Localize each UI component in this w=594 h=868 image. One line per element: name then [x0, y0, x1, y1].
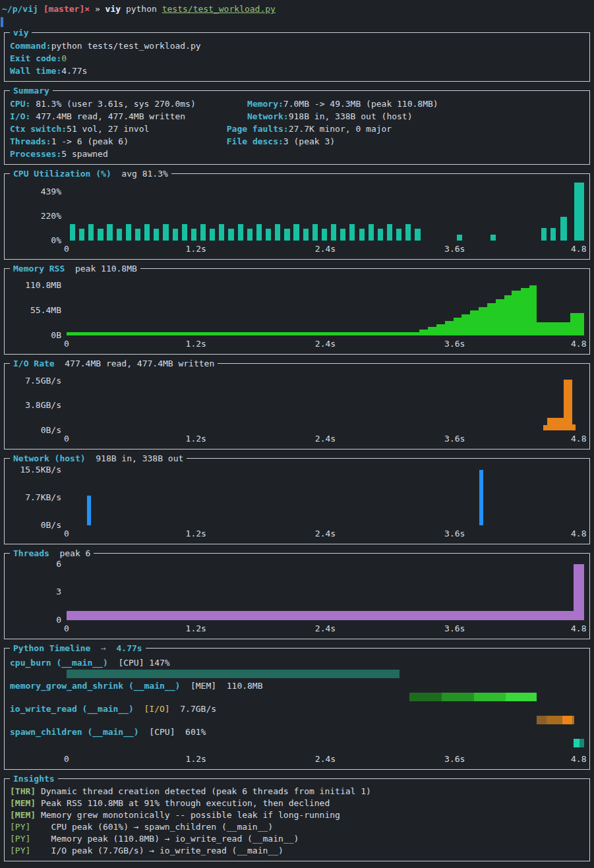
text-segment: avg 81.3% [111, 169, 168, 179]
text-segment: [PY] [10, 834, 30, 844]
mem-bar [461, 314, 470, 335]
text-segment: Peak RSS 110.8MB at 91% through executio… [36, 798, 330, 808]
text-segment: 5 spawned [61, 149, 107, 159]
timeline-bar-cpu-burn [67, 670, 584, 678]
text-segment: Summary [13, 86, 49, 96]
summary-line-io-network: I/O: 477.4MB read, 477.4MB written Netwo… [10, 110, 584, 123]
cpu-bar [405, 224, 411, 241]
text-segment [149, 124, 226, 134]
text-segment [108, 658, 119, 668]
text-segment [129, 136, 227, 146]
terminal[interactable]: ~/p/vij [master]× » viy python tests/tes… [0, 0, 594, 861]
timeline-x-axis: 01.2s2.4s3.6s4.8 [67, 751, 584, 765]
x-axis-label: 2.4s [315, 529, 336, 538]
text-segment [185, 111, 247, 121]
cpu-bar [312, 224, 318, 241]
timeline-row-label-cpu-burn: cpu_burn (__main__) [CPU] 147% [10, 658, 584, 668]
network-x-axis: 01.2s2.4s3.6s4.8 [67, 526, 584, 540]
x-axis-label: 0 [64, 339, 69, 349]
text-segment: 51 vol, 27 invol [67, 124, 149, 134]
net-bar [87, 496, 91, 525]
x-axis-label: 2.4s [315, 434, 336, 444]
cpu-bar [70, 224, 75, 241]
mem-bar [479, 307, 487, 335]
insight-py-io-peak: [PY] I/O peak (7.7GB/s) → io_write_read … [10, 845, 584, 857]
text-segment: Threads: [10, 136, 51, 146]
x-axis-label: 4.8 [571, 244, 586, 254]
text-segment: Exit code: [10, 53, 61, 63]
tl_spawn-bar [574, 739, 580, 747]
mem-bar [570, 313, 584, 335]
x-axis-label: 3.6s [444, 754, 465, 764]
x-axis-label: 1.2s [186, 529, 206, 538]
threads-bar [67, 611, 574, 620]
file-link[interactable]: tests/test_workload.py [162, 4, 276, 14]
tl_io-bar [547, 716, 563, 724]
cpu-bar [154, 229, 159, 241]
text-segment: [PY] [10, 822, 30, 832]
wall-time-line: Wall time:4.77s [10, 65, 584, 77]
text-segment: 0 [61, 53, 67, 63]
mem-bar [496, 299, 504, 335]
text-segment: 7.0MB -> 49.3MB (peak 110.8MB) [283, 99, 438, 109]
cpu-bar [228, 229, 233, 241]
cpu-bar [560, 217, 567, 241]
tl_mem-bar [474, 693, 505, 701]
cpu-bar [88, 224, 94, 241]
text-segment: [MEM] [10, 810, 36, 820]
x-axis-label: 2.4s [315, 754, 336, 764]
y-axis-label: 7.5GB/s [25, 376, 61, 386]
text-segment: Memory grew monotonically -- possible le… [36, 810, 340, 820]
text-segment: 1 -> 6 (peak 6) [51, 136, 129, 146]
tl_mem-bar [409, 693, 442, 701]
x-axis-label: 1.2s [186, 754, 206, 764]
summary-box: Summary CPU: 81.3% (user 3.61s, sys 270.… [4, 90, 590, 165]
cpu-bar [331, 224, 336, 241]
insight-peak-rss: [MEM] Peak RSS 110.8MB at 91% through ex… [10, 797, 584, 809]
cpu-bar [574, 183, 584, 241]
text-segment: I/O: [10, 111, 36, 121]
text-segment: 601% [175, 727, 206, 737]
summary-line-ctx-faults: Ctx switch:51 vol, 27 invol Page faults:… [10, 123, 584, 135]
y-axis-label: 7.7KB/s [25, 492, 61, 503]
threads-chart-title: Threads peak 6 [10, 547, 94, 560]
mem-bar [419, 330, 428, 335]
mem-bar [487, 303, 496, 335]
text-segment: File descs: [227, 136, 283, 146]
cpu-bar [359, 229, 365, 241]
cpu-bar [256, 224, 262, 241]
x-axis-label: 1.2s [186, 244, 206, 254]
text-segment: → [90, 643, 116, 653]
memory-x-axis: 01.2s2.4s3.6s4.8 [67, 336, 584, 350]
cpu-bar [135, 229, 140, 241]
io-chart-title: I/O Rate 477.4MB read, 477.4MB written [10, 357, 218, 370]
threads-bar [574, 564, 584, 620]
text-segment: [CPU] [149, 727, 175, 737]
cpu-bar [378, 229, 383, 241]
text-segment: Page faults: [227, 124, 289, 134]
memory-plot [67, 277, 584, 335]
mem-bar [67, 332, 419, 335]
text-segment [180, 681, 191, 691]
summary-box-title: Summary [10, 84, 53, 97]
text-segment: Threads [13, 548, 49, 558]
tl_cpu_burn-bar [67, 670, 400, 678]
y-axis-label: 3 [56, 587, 61, 597]
insight-memory-leak: [MEM] Memory grew monotonically -- possi… [10, 809, 584, 821]
x-axis-label: 0 [64, 434, 69, 444]
timeline-row-label-spawn-children: spawn_children (__main__) [CPU] 601% [10, 727, 584, 738]
text-segment: io_write_read (__main__) [10, 704, 134, 714]
network-y-axis: 15.5KB/s7.7KB/s0B/s [10, 467, 67, 525]
y-axis-label: 110.8MB [25, 280, 61, 291]
x-axis-label: 0 [64, 244, 69, 254]
cpu-y-axis: 439%220%0% [10, 183, 67, 241]
io-plot [67, 372, 584, 430]
mem-bar [445, 321, 454, 335]
text-segment [139, 727, 150, 737]
network-plot [67, 467, 584, 525]
mem-bar [521, 288, 529, 335]
text-segment: Memory: [247, 99, 283, 109]
cpu-bar [541, 228, 547, 241]
io-chart-box: I/O Rate 477.4MB read, 477.4MB written 7… [4, 363, 590, 449]
text-segment: viy [105, 4, 126, 14]
